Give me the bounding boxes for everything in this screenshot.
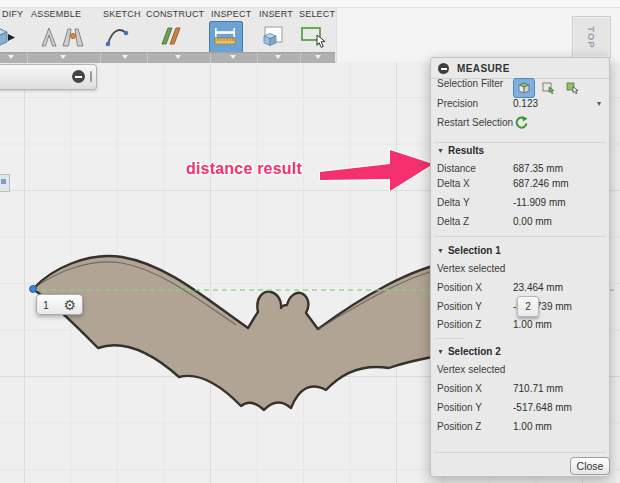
edge-partial-icon xyxy=(0,174,10,192)
result-row-distance: Distance 687.35 mm xyxy=(437,163,603,177)
selection2-badge[interactable]: 2 xyxy=(517,296,539,317)
annotation-arrow xyxy=(320,150,433,191)
filter-component-icon[interactable] xyxy=(562,78,582,96)
selection1-position-z-row: Position Z 1.00 mm xyxy=(437,319,603,333)
selection-filter-label: Selection Filter xyxy=(437,78,503,89)
selection2-type-row: Vertex selected xyxy=(437,364,603,378)
delta-z-value: 0.00 mm xyxy=(513,216,552,227)
press-pull-icon[interactable] xyxy=(0,23,18,50)
tab-insert[interactable]: INSERT xyxy=(259,9,293,19)
tab-select[interactable]: SELECT xyxy=(299,9,335,19)
selection2-position-y-row: Position Y -517.648 mm xyxy=(437,402,603,416)
triangle-down-icon: ▼ xyxy=(437,147,444,154)
viewcube-top-face[interactable]: TOP xyxy=(586,26,597,48)
tab-construct[interactable]: CONSTRUCT xyxy=(146,9,204,19)
precision-value[interactable]: 0.123 xyxy=(513,98,538,109)
tab-sketch[interactable]: SKETCH xyxy=(103,9,141,19)
delta-y-value: -11.909 mm xyxy=(513,197,566,208)
panel-dropdown-strip xyxy=(0,52,335,63)
chevron-down-icon[interactable] xyxy=(275,55,281,59)
tab-modify[interactable]: DIFY xyxy=(2,9,23,19)
precision-row[interactable]: Precision 0.123 ▾ xyxy=(437,98,603,112)
construction-plane-icon[interactable] xyxy=(158,23,184,50)
selection1-badge-number: 1 xyxy=(43,299,49,311)
panel-title: MEASURE xyxy=(457,63,510,74)
chevron-down-icon[interactable]: ▾ xyxy=(597,99,601,108)
measure-panel-header[interactable]: MEASURE xyxy=(431,58,609,79)
insert-mesh-icon[interactable] xyxy=(260,23,286,50)
measure-tool-icon[interactable] xyxy=(209,21,243,53)
filter-body-icon[interactable] xyxy=(513,78,535,98)
tab-inspect[interactable]: INSPECT xyxy=(211,9,251,19)
triangle-down-icon: ▼ xyxy=(437,348,444,355)
gear-icon[interactable]: ⚙ xyxy=(63,298,76,312)
selection2-section-header[interactable]: ▼Selection 2 xyxy=(437,346,603,359)
panel-collapse-icon[interactable] xyxy=(438,63,449,74)
filter-face-icon[interactable] xyxy=(538,78,558,96)
delta-x-value: 687.246 mm xyxy=(513,178,569,189)
divider xyxy=(435,338,465,339)
collapse-circle-icon[interactable] xyxy=(72,70,85,83)
selection2-position-z-row: Position Z 1.00 mm xyxy=(437,421,603,435)
result-row-delta-y: Delta Y -11.909 mm xyxy=(437,197,603,211)
restart-selection-icon[interactable] xyxy=(513,114,529,132)
tab-assemble[interactable]: ASSEMBLE xyxy=(31,9,81,19)
annotation-label: distance result xyxy=(186,160,302,178)
chevron-down-icon[interactable] xyxy=(8,55,14,59)
chevron-down-icon[interactable] xyxy=(175,55,181,59)
spline-icon[interactable] xyxy=(105,23,131,50)
selected-vertex-marker[interactable] xyxy=(30,286,37,293)
close-button[interactable]: Close xyxy=(570,457,610,475)
joint-icon[interactable] xyxy=(60,23,86,50)
drag-handle-icon[interactable] xyxy=(90,71,92,82)
chevron-down-icon[interactable] xyxy=(230,55,236,59)
selection1-type-row: Vertex selected xyxy=(437,263,603,277)
divider xyxy=(435,452,605,453)
chevron-down-icon[interactable] xyxy=(60,55,66,59)
restart-selection-label: Restart Selection xyxy=(437,117,513,128)
result-row-delta-x: Delta X 687.246 mm xyxy=(437,178,603,192)
results-section-header[interactable]: ▼Results xyxy=(437,145,603,158)
selection1-badge[interactable]: 1 ⚙ xyxy=(36,294,83,315)
new-component-icon[interactable] xyxy=(36,23,62,50)
select-tool-icon[interactable] xyxy=(299,23,325,50)
result-row-delta-z: Delta Z 0.00 mm xyxy=(437,216,603,230)
selection2-position-x-row: Position X 710.71 mm xyxy=(437,383,603,397)
chevron-down-icon[interactable] xyxy=(315,55,321,59)
viewcube[interactable]: TOP xyxy=(572,16,611,58)
toolbar: DIFY ASSEMBLE SKETCH CONSTRUCT INSPECT I… xyxy=(0,0,620,62)
selection1-position-x-row: Position X 23.464 mm xyxy=(437,282,603,296)
divider xyxy=(435,142,605,143)
chevron-down-icon[interactable] xyxy=(122,55,128,59)
triangle-down-icon: ▼ xyxy=(437,247,444,254)
divider xyxy=(435,236,605,237)
distance-value: 687.35 mm xyxy=(513,163,563,174)
window-top-strip xyxy=(0,0,620,8)
browser-bar-collapsed[interactable] xyxy=(0,64,97,90)
measure-panel: MEASURE Selection Filter Precision xyxy=(430,57,610,477)
selection1-section-header[interactable]: ▼Selection 1 xyxy=(437,245,603,258)
precision-label: Precision xyxy=(437,98,478,109)
